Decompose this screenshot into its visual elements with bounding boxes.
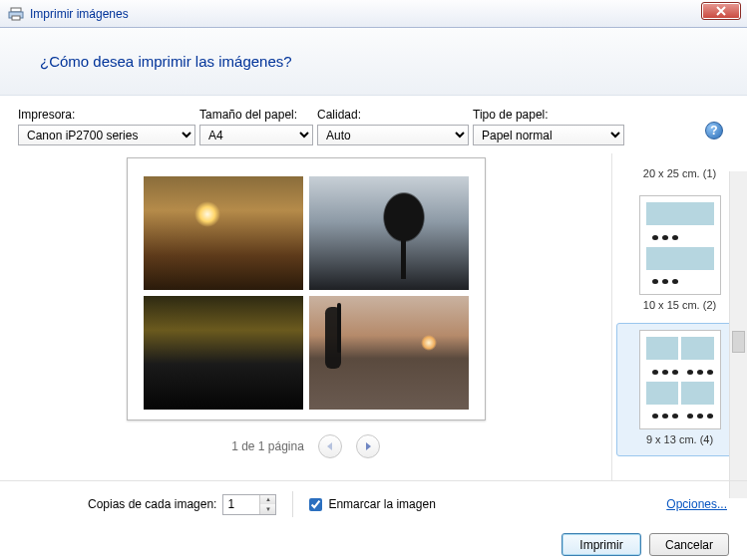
print-button[interactable]: Imprimir (561, 533, 641, 556)
copies-input[interactable] (223, 495, 259, 514)
layout-thumb-9x13 (639, 330, 721, 429)
preview-page (127, 157, 486, 420)
close-button[interactable] (701, 2, 741, 20)
next-page-button[interactable] (356, 434, 380, 458)
paper-size-label: Tamaño del papel: (199, 108, 313, 122)
svg-rect-0 (11, 8, 21, 12)
quality-label: Calidad: (317, 108, 469, 122)
preview-column: 1 de 1 página (0, 153, 611, 480)
printer-label: Impresora: (18, 108, 195, 122)
preview-image-4 (309, 296, 469, 410)
header-question: ¿Cómo desea imprimir las imágenes? (40, 53, 292, 70)
paper-size-select[interactable]: A4 (199, 125, 313, 145)
frame-checkbox[interactable] (309, 498, 322, 511)
layout-option-cutoff[interactable]: 20 x 25 cm. (1) (612, 153, 747, 189)
options-link[interactable]: Opciones... (666, 497, 727, 511)
prev-page-button[interactable] (318, 434, 342, 458)
layout-thumb-10x15 (639, 195, 721, 295)
quality-select[interactable]: Auto (317, 125, 469, 145)
pager-text: 1 de 1 página (231, 439, 304, 453)
layout-label-9x13: 9 x 13 cm. (4) (621, 433, 738, 445)
scrollbar-thumb[interactable] (732, 331, 745, 353)
cancel-button[interactable]: Cancelar (649, 533, 729, 556)
help-icon[interactable]: ? (705, 122, 723, 140)
paper-type-label: Tipo de papel: (473, 108, 624, 122)
copies-spinner: ▲ ▼ (222, 494, 276, 515)
main-area: 1 de 1 página 20 x 25 cm. (1) 10 x 15 cm… (0, 153, 747, 480)
pager-row: 1 de 1 página (231, 434, 380, 458)
layout-label-10x15: 10 x 15 cm. (2) (616, 299, 743, 311)
svg-rect-2 (12, 16, 20, 20)
layouts-column: 20 x 25 cm. (1) 10 x 15 cm. (2) 9 x 13 c… (611, 153, 747, 480)
frame-checkbox-wrap: Enmarcar la imagen (309, 497, 435, 511)
frame-checkbox-label: Enmarcar la imagen (328, 497, 435, 511)
title-bar: Imprimir imágenes (0, 0, 747, 28)
layout-label-cutoff: 20 x 25 cm. (1) (616, 167, 743, 179)
header-band: ¿Cómo desea imprimir las imágenes? (0, 28, 747, 96)
copies-label: Copias de cada imagen: (88, 497, 216, 511)
bottom-options-row: Copias de cada imagen: ▲ ▼ Enmarcar la i… (0, 480, 747, 523)
copies-up-button[interactable]: ▲ (260, 495, 275, 505)
layout-option-9x13[interactable]: 9 x 13 cm. (4) (616, 323, 743, 456)
layouts-scrollbar[interactable] (729, 171, 747, 498)
preview-image-1 (144, 176, 303, 290)
paper-type-select[interactable]: Papel normal (473, 125, 624, 145)
copies-down-button[interactable]: ▼ (260, 504, 275, 514)
layout-option-10x15[interactable]: 10 x 15 cm. (2) (612, 189, 747, 321)
dialog-buttons-row: Imprimir Cancelar (0, 523, 747, 560)
window-title: Imprimir imágenes (30, 7, 129, 21)
preview-image-3 (144, 296, 303, 410)
separator (292, 491, 293, 517)
printer-select[interactable]: Canon iP2700 series (18, 125, 195, 145)
print-controls-row: Impresora: Canon iP2700 series Tamaño de… (0, 96, 747, 153)
printer-icon (8, 6, 24, 22)
preview-image-2 (309, 176, 469, 290)
